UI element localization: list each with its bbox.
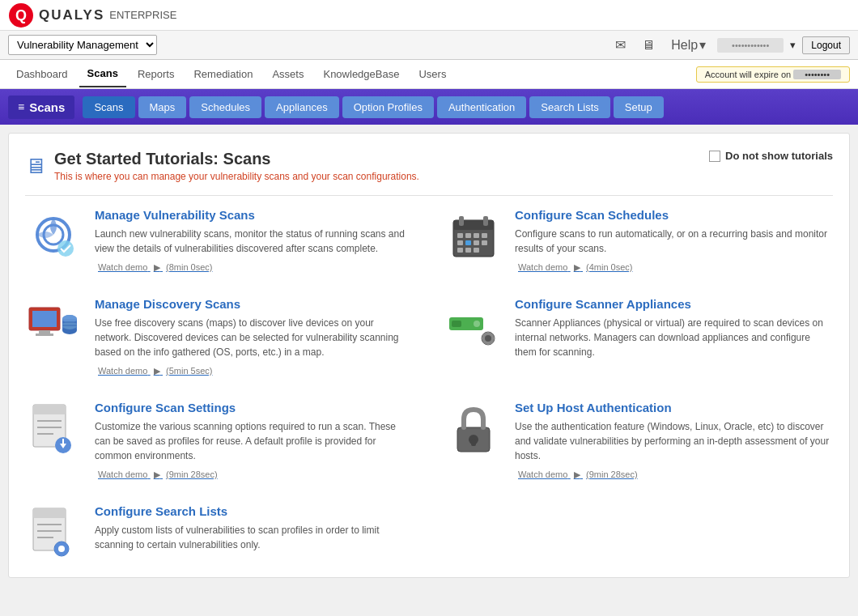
host-auth-watch-demo[interactable]: Watch demo ▶ (9min 28sec) xyxy=(515,469,638,480)
scanner-appliances-title[interactable]: Configure Scanner Appliances xyxy=(515,297,833,311)
help-label: Help xyxy=(671,38,698,53)
svg-rect-17 xyxy=(457,248,463,253)
svg-text:Q: Q xyxy=(15,7,27,23)
scanner-appliances-icon xyxy=(445,297,502,354)
search-lists-icon xyxy=(25,504,82,561)
svg-rect-21 xyxy=(32,311,57,327)
search-lists-title[interactable]: Configure Search Lists xyxy=(95,504,413,518)
discovery-scans-content: Manage Discovery Scans Use free discover… xyxy=(95,297,413,376)
tutorial-grid: Manage Vulnerability Scans Launch new vu… xyxy=(25,208,833,561)
svg-rect-60 xyxy=(61,542,62,545)
scanner-appliances-content: Configure Scanner Appliances Scanner App… xyxy=(515,297,833,364)
svg-point-4 xyxy=(57,240,74,257)
svg-point-59 xyxy=(58,546,65,552)
logo-area: Q QUALYS ENTERPRISE xyxy=(8,2,176,28)
no-show-label: Do not show tutorials xyxy=(725,150,833,162)
discovery-scans-icon xyxy=(25,297,82,354)
video-icon-3: ▶ xyxy=(154,366,160,376)
tab-authentication[interactable]: Authentication xyxy=(437,96,526,118)
nav-icons: ✉ 🖥 Help ▾ •••••••••••• ▾ Logout xyxy=(610,36,850,54)
svg-point-33 xyxy=(474,321,480,327)
tab-maps[interactable]: Maps xyxy=(138,96,187,118)
tutorial-computer-icon: 🖥 xyxy=(25,154,46,179)
mail-icon-button[interactable]: ✉ xyxy=(610,36,631,54)
host-auth-content: Set Up Host Authentication Use the authe… xyxy=(515,401,833,480)
content-area: 🖥 Get Started Tutorials: Scans This is w… xyxy=(8,133,850,578)
main-nav: Dashboard Scans Reports Remediation Asse… xyxy=(0,60,858,89)
scan-schedules-icon xyxy=(445,208,502,265)
nav-bar: Vulnerability Management ✉ 🖥 Help ▾ ••••… xyxy=(0,31,858,60)
tutorial-item-host-auth: Set Up Host Authentication Use the authe… xyxy=(445,401,833,480)
svg-rect-10 xyxy=(465,233,471,238)
svg-rect-23 xyxy=(36,333,53,336)
tutorial-item-scan-schedules: Configure Scan Schedules Configure scans… xyxy=(445,208,833,273)
no-show-checkbox[interactable] xyxy=(709,151,720,162)
tab-option-profiles[interactable]: Option Profiles xyxy=(342,96,434,118)
svg-rect-18 xyxy=(465,248,471,253)
vuln-scans-title[interactable]: Manage Vulnerability Scans xyxy=(95,208,413,222)
svg-rect-36 xyxy=(487,332,489,335)
video-icon-2: ▶ xyxy=(574,262,580,272)
tab-schedules[interactable]: Schedules xyxy=(189,96,261,118)
account-blurred: •••••••••••• xyxy=(717,38,784,53)
host-auth-title[interactable]: Set Up Host Authentication xyxy=(515,401,833,414)
account-expire-badge: Account will expire on •••••••• xyxy=(696,66,850,83)
tutorial-header: 🖥 Get Started Tutorials: Scans This is w… xyxy=(25,150,833,182)
svg-rect-13 xyxy=(457,240,463,245)
svg-rect-62 xyxy=(54,548,57,550)
nav-reports[interactable]: Reports xyxy=(130,62,183,87)
nav-dashboard[interactable]: Dashboard xyxy=(8,62,76,87)
scanner-appliances-desc: Scanner Appliances (physical or virtual)… xyxy=(515,316,833,359)
svg-rect-61 xyxy=(61,553,62,556)
logout-button[interactable]: Logout xyxy=(802,36,850,54)
scan-schedules-content: Configure Scan Schedules Configure scans… xyxy=(515,208,833,273)
vuln-scans-watch-demo[interactable]: Watch demo ▶ (8min 0sec) xyxy=(95,261,213,273)
scan-settings-icon xyxy=(25,401,82,457)
account-chevron-icon: ▾ xyxy=(790,39,796,51)
svg-rect-12 xyxy=(482,233,487,238)
search-lists-content: Configure Search Lists Apply custom list… xyxy=(95,504,413,557)
logo-bar: Q QUALYS ENTERPRISE xyxy=(0,0,858,31)
tutorial-title: Get Started Tutorials: Scans xyxy=(54,150,419,168)
vuln-scans-content: Manage Vulnerability Scans Launch new vu… xyxy=(95,208,413,273)
computer-icon-button[interactable]: 🖥 xyxy=(637,36,660,54)
host-auth-desc: Use the authentication feature (Windows,… xyxy=(515,419,833,463)
svg-rect-52 xyxy=(471,440,476,446)
host-auth-icon xyxy=(445,401,502,457)
discovery-scans-title[interactable]: Manage Discovery Scans xyxy=(95,297,413,311)
content-divider xyxy=(25,195,833,196)
svg-rect-11 xyxy=(474,233,479,238)
video-icon: ▶ xyxy=(154,262,160,272)
qualys-logo-icon: Q xyxy=(8,2,34,28)
module-select[interactable]: Vulnerability Management xyxy=(8,35,157,55)
logo-suffix: ENTERPRISE xyxy=(109,9,176,21)
tab-search-lists[interactable]: Search Lists xyxy=(529,96,610,118)
help-chevron-icon: ▾ xyxy=(699,37,706,53)
svg-rect-37 xyxy=(487,342,489,345)
nav-users[interactable]: Users xyxy=(410,62,454,87)
svg-rect-9 xyxy=(457,233,463,238)
svg-rect-39 xyxy=(491,338,495,339)
nav-knowledgebase[interactable]: KnowledgeBase xyxy=(315,62,407,87)
logo-text: QUALYS xyxy=(39,7,104,23)
sub-nav: ≡ Scans Scans Maps Schedules Appliances … xyxy=(0,89,858,125)
no-show-area: Do not show tutorials xyxy=(709,150,833,162)
svg-rect-22 xyxy=(39,330,50,333)
tab-appliances[interactable]: Appliances xyxy=(265,96,339,118)
tab-setup[interactable]: Setup xyxy=(614,96,664,118)
tutorial-title-area: 🖥 Get Started Tutorials: Scans This is w… xyxy=(25,150,419,182)
help-button[interactable]: Help ▾ xyxy=(666,36,711,54)
discovery-scans-watch-demo[interactable]: Watch demo ▶ (5min 5sec) xyxy=(95,365,213,376)
nav-remediation[interactable]: Remediation xyxy=(185,62,261,87)
scan-schedules-title[interactable]: Configure Scan Schedules xyxy=(515,208,833,222)
tutorial-item-search-lists: Configure Search Lists Apply custom list… xyxy=(25,504,413,561)
nav-scans[interactable]: Scans xyxy=(79,61,126,87)
scan-settings-title[interactable]: Configure Scan Settings xyxy=(95,401,413,414)
tab-scans[interactable]: Scans xyxy=(83,96,134,118)
search-lists-desc: Apply custom lists of vulnerabilities to… xyxy=(95,523,413,552)
scan-schedules-watch-demo[interactable]: Watch demo ▶ (4min 0sec) xyxy=(515,261,633,273)
nav-assets[interactable]: Assets xyxy=(264,62,312,87)
discovery-scans-desc: Use free discovery scans (maps) to disco… xyxy=(95,316,413,359)
vuln-scans-desc: Launch new vulnerability scans, monitor … xyxy=(95,227,413,256)
scan-settings-watch-demo[interactable]: Watch demo ▶ (9min 28sec) xyxy=(95,469,218,480)
